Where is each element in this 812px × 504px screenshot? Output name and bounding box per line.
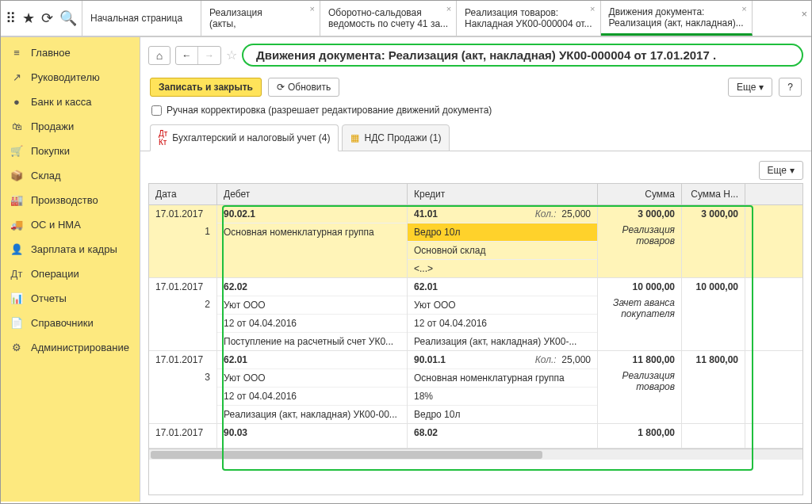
sub-tabs: ДтКтБухгалтерский и налоговый учет (4) ▦… bbox=[140, 119, 811, 151]
manual-correction-row: Ручная корректировка (разрешает редактир… bbox=[140, 101, 811, 119]
refresh-label: Обновить bbox=[288, 82, 331, 93]
tab-4[interactable]: ×Движения документа:Реализация (акт, нак… bbox=[601, 1, 753, 36]
sidebar-label: ОС и НМА bbox=[31, 219, 81, 231]
sidebar-label: Справочники bbox=[31, 317, 94, 329]
top-tabs-bar: ⠿ ★ ⟳ 🔍 Начальная страница×Реализация(ак… bbox=[1, 1, 811, 37]
sidebar-icon: ● bbox=[10, 96, 23, 108]
sidebar-icon: 📄 bbox=[10, 317, 23, 329]
star-icon[interactable]: ★ bbox=[22, 10, 35, 27]
h-scrollbar[interactable] bbox=[149, 449, 802, 460]
sidebar-item-1[interactable]: ↗Руководителю bbox=[1, 65, 140, 90]
tab-close-icon[interactable]: × bbox=[590, 4, 595, 13]
sidebar-label: Администрирование bbox=[31, 342, 129, 353]
table-row[interactable]: 17.01.2017190.02.1Основная номенклатурна… bbox=[149, 205, 802, 278]
favorite-icon[interactable]: ☆ bbox=[226, 48, 237, 63]
sidebar-item-10[interactable]: 📊Отчеты bbox=[1, 286, 140, 311]
sidebar-label: Зарплата и кадры bbox=[31, 243, 117, 255]
sidebar-label: Руководителю bbox=[31, 71, 100, 83]
sidebar-label: Банк и касса bbox=[31, 96, 92, 108]
sidebar-label: Склад bbox=[31, 170, 61, 181]
sidebar-item-0[interactable]: ≡Главное bbox=[1, 40, 140, 65]
more-label: Еще bbox=[737, 82, 756, 93]
page-title: Движения документа: Реализация (акт, нак… bbox=[242, 44, 803, 67]
hdr-date[interactable]: Дата bbox=[149, 184, 217, 204]
sidebar-item-12[interactable]: ⚙Администрирование bbox=[1, 335, 140, 360]
more-button[interactable]: Еще▾ bbox=[728, 78, 772, 97]
hdr-sum[interactable]: Сумма bbox=[598, 184, 682, 204]
apps-icon[interactable]: ⠿ bbox=[6, 10, 16, 27]
tab-3[interactable]: ×Реализация товаров:Накладная УК00-00000… bbox=[457, 1, 600, 36]
table-more-label: Еще bbox=[768, 165, 787, 176]
refresh-button[interactable]: ⟳Обновить bbox=[268, 78, 339, 97]
sidebar-icon: 🏭 bbox=[10, 194, 23, 206]
grid: Дата Дебет Кредит Сумма Сумма Н... 17.01… bbox=[148, 183, 803, 495]
help-button[interactable]: ? bbox=[779, 78, 802, 97]
tab-accounting-label: Бухгалтерский и налоговый учет (4) bbox=[172, 132, 330, 143]
sidebar-icon: ≡ bbox=[10, 47, 23, 59]
sidebar-item-11[interactable]: 📄Справочники bbox=[1, 311, 140, 335]
tab-close-icon[interactable]: × bbox=[310, 4, 315, 13]
grid-header: Дата Дебет Кредит Сумма Сумма Н... bbox=[149, 184, 802, 205]
hdr-credit[interactable]: Кредит bbox=[408, 184, 598, 204]
sidebar-icon: 🛒 bbox=[10, 145, 23, 157]
top-tools: ⠿ ★ ⟳ 🔍 bbox=[1, 1, 82, 36]
tab-0[interactable]: Начальная страница bbox=[82, 1, 201, 36]
search-icon[interactable]: 🔍 bbox=[59, 10, 77, 27]
save-close-button[interactable]: Записать и закрыть bbox=[150, 78, 262, 97]
home-button[interactable]: ⌂ bbox=[148, 46, 170, 65]
sidebar-item-5[interactable]: 📦Склад bbox=[1, 163, 140, 188]
sidebar-icon: ↗ bbox=[10, 71, 23, 83]
sidebar-icon: 👤 bbox=[10, 243, 23, 255]
sidebar-item-2[interactable]: ●Банк и касса bbox=[1, 90, 140, 114]
sidebar-label: Покупки bbox=[31, 145, 70, 157]
tab-accounting[interactable]: ДтКтБухгалтерский и налоговый учет (4) bbox=[150, 124, 339, 151]
sidebar-item-7[interactable]: 🚚ОС и НМА bbox=[1, 212, 140, 237]
sidebar-icon: ⚙ bbox=[10, 342, 23, 353]
content-area: ⌂ ←→ ☆ Движения документа: Реализация (а… bbox=[140, 37, 811, 502]
sidebar-icon: 📦 bbox=[10, 170, 23, 181]
sidebar-label: Главное bbox=[31, 47, 71, 59]
sidebar-icon: 🛍 bbox=[10, 120, 23, 132]
tab-2[interactable]: ×Оборотно-сальдоваяведомость по счету 41… bbox=[320, 1, 457, 36]
sidebar-icon: 📊 bbox=[10, 292, 23, 304]
tab-close-icon[interactable]: × bbox=[741, 4, 746, 13]
tab-vat-label: НДС Продажи (1) bbox=[364, 132, 441, 143]
sidebar-label: Отчеты bbox=[31, 292, 67, 304]
sidebar-icon: Дт bbox=[10, 268, 23, 280]
sidebar-label: Производство bbox=[31, 194, 98, 206]
table-row[interactable]: 17.01.2017362.01Уют ООО12 от 04.04.2016Р… bbox=[149, 351, 802, 424]
table-row[interactable]: 17.01.2017262.02Уют ООО12 от 04.04.2016П… bbox=[149, 278, 802, 351]
history-icon[interactable]: ⟳ bbox=[41, 10, 53, 27]
sidebar-item-9[interactable]: ДтОперации bbox=[1, 262, 140, 286]
sidebar-item-4[interactable]: 🛒Покупки bbox=[1, 139, 140, 163]
nav-back-forward[interactable]: ←→ bbox=[175, 46, 221, 65]
sidebar-item-8[interactable]: 👤Зарплата и кадры bbox=[1, 237, 140, 262]
sidebar-item-6[interactable]: 🏭Производство bbox=[1, 188, 140, 212]
hdr-debit[interactable]: Дебет bbox=[217, 184, 408, 204]
sidebar-label: Продажи bbox=[31, 120, 74, 132]
manual-correction-label: Ручная корректировка (разрешает редактир… bbox=[167, 105, 492, 116]
table-row[interactable]: 17.01.201790.0368.021 800,00 bbox=[149, 424, 802, 449]
manual-correction-checkbox[interactable] bbox=[151, 105, 162, 116]
hdr-sumn[interactable]: Сумма Н... bbox=[682, 184, 745, 204]
tab-vat[interactable]: ▦НДС Продажи (1) bbox=[342, 124, 450, 151]
sidebar-label: Операции bbox=[31, 268, 79, 280]
grid-body: 17.01.2017190.02.1Основная номенклатурна… bbox=[149, 205, 802, 449]
tab-close-icon[interactable]: × bbox=[446, 4, 451, 13]
sidebar: ≡Главное↗Руководителю●Банк и касса🛍Прода… bbox=[1, 37, 140, 502]
tab-1[interactable]: ×Реализация(акты, bbox=[201, 1, 320, 36]
sidebar-item-3[interactable]: 🛍Продажи bbox=[1, 114, 140, 139]
table-more-button[interactable]: Еще▾ bbox=[759, 161, 803, 180]
sidebar-icon: 🚚 bbox=[10, 219, 23, 231]
